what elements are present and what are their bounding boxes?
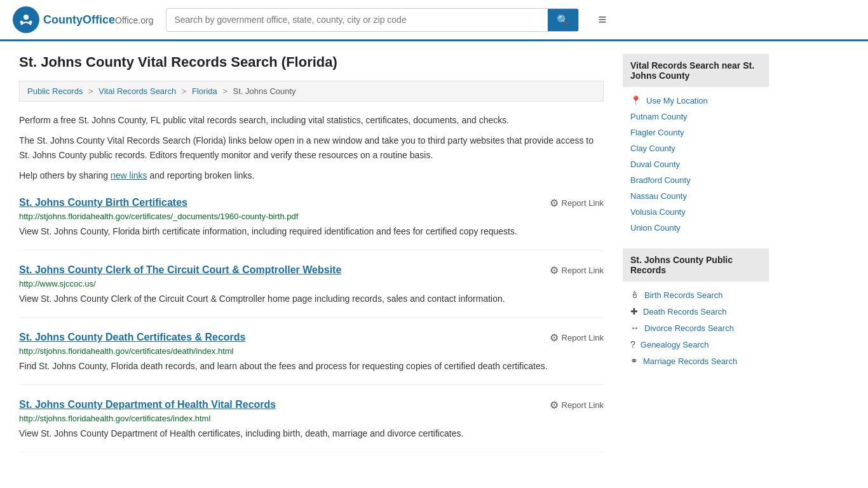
report-link-3[interactable]: ⚙ Report Link <box>550 332 604 344</box>
result-item-3: St. Johns County Death Certificates & Re… <box>19 332 604 385</box>
public-records-label-3: Genealogy Search <box>641 340 709 349</box>
nearby-link-label-1: Putnam County <box>630 112 688 121</box>
report-link-4[interactable]: ⚙ Report Link <box>550 399 604 411</box>
svg-point-2 <box>20 21 24 24</box>
svg-point-3 <box>29 21 32 24</box>
nearby-link-6[interactable]: Nassau County <box>623 188 769 204</box>
nearby-link-label-2: Flagler County <box>630 128 684 137</box>
result-url-4[interactable]: http://stjohns.floridahealth.gov/certifi… <box>19 414 604 423</box>
nearby-link-label-3: Clay County <box>630 144 675 153</box>
report-label-3: Report Link <box>562 333 604 342</box>
nearby-links-container: 📍Use My LocationPutnam CountyFlagler Cou… <box>623 92 769 236</box>
main-container: St. Johns County Vital Records Search (F… <box>0 41 868 465</box>
public-records-label-4: Marriage Records Search <box>643 356 737 366</box>
nearby-link-label-8: Union County <box>630 223 681 233</box>
description-2: The St. Johns County Vital Records Searc… <box>19 133 604 162</box>
result-title-1[interactable]: St. Johns County Birth Certificates <box>19 197 187 208</box>
result-item-2: St. Johns County Clerk of The Circuit Co… <box>19 264 604 318</box>
nearby-link-icon-0: 📍 <box>630 95 641 105</box>
report-label-2: Report Link <box>562 266 604 275</box>
search-button[interactable]: 🔍 <box>548 9 578 31</box>
search-icon: 🔍 <box>557 15 569 25</box>
nearby-link-label-4: Duval County <box>630 159 680 169</box>
public-records-container: 🕯Birth Records Search✚Death Records Sear… <box>623 287 769 369</box>
search-input[interactable] <box>166 10 548 30</box>
nearby-link-1[interactable]: Putnam County <box>623 109 769 125</box>
result-url-1[interactable]: http://stjohns.floridahealth.gov/certifi… <box>19 212 604 221</box>
nearby-link-4[interactable]: Duval County <box>623 156 769 172</box>
public-records-link-0[interactable]: 🕯Birth Records Search <box>623 287 769 303</box>
logo-area: CountyOfficeOffice.org <box>13 6 153 33</box>
content-area: St. Johns County Vital Records Search (F… <box>19 54 604 452</box>
report-link-2[interactable]: ⚙ Report Link <box>550 264 604 276</box>
report-link-1[interactable]: ⚙ Report Link <box>550 197 604 209</box>
result-url-3[interactable]: http://stjohns.floridahealth.gov/certifi… <box>19 346 604 356</box>
svg-point-1 <box>24 15 29 20</box>
result-title-3[interactable]: St. Johns County Death Certificates & Re… <box>19 332 246 343</box>
header: CountyOfficeOffice.org 🔍 ≡ <box>0 0 868 41</box>
logo-icon <box>13 6 39 33</box>
public-records-label-2: Divorce Records Search <box>644 323 734 333</box>
result-item-4: St. Johns County Department of Health Vi… <box>19 399 604 452</box>
search-bar: 🔍 <box>166 8 579 32</box>
public-records-link-4[interactable]: ⚭Marriage Records Search <box>623 353 769 369</box>
menu-button[interactable]: ≡ <box>598 11 606 28</box>
nearby-link-0[interactable]: 📍Use My Location <box>623 92 769 109</box>
result-desc-1: View St. Johns County, Florida birth cer… <box>19 225 604 238</box>
result-desc-2: View St. Johns County Clerk of the Circu… <box>19 292 604 306</box>
public-records-icon-3: ? <box>630 339 635 349</box>
breadcrumb: Public Records > Vital Records Search > … <box>19 81 604 102</box>
report-label-1: Report Link <box>562 198 604 208</box>
nearby-link-7[interactable]: Volusia County <box>623 204 769 220</box>
breadcrumb-florida[interactable]: Florida <box>192 86 217 96</box>
report-icon-4: ⚙ <box>550 399 559 411</box>
breadcrumb-sep-1: > <box>88 86 93 96</box>
breadcrumb-public-records[interactable]: Public Records <box>27 86 83 96</box>
nearby-link-label-7: Volusia County <box>630 207 686 217</box>
public-records-header: St. Johns County Public Records <box>623 248 769 281</box>
result-item-1: St. Johns County Birth Certificates ⚙ Re… <box>19 197 604 250</box>
nearby-link-5[interactable]: Bradford County <box>623 172 769 188</box>
page-title: St. Johns County Vital Records Search (F… <box>19 54 604 71</box>
breadcrumb-current: St. Johns County <box>233 86 296 96</box>
result-header-1: St. Johns County Birth Certificates ⚙ Re… <box>19 197 604 209</box>
result-title-2[interactable]: St. Johns County Clerk of The Circuit Co… <box>19 264 341 276</box>
public-records-icon-1: ✚ <box>630 306 638 316</box>
description-1: Perform a free St. Johns County, FL publ… <box>19 113 604 127</box>
report-label-4: Report Link <box>562 400 604 410</box>
breadcrumb-sep-3: > <box>222 86 227 96</box>
public-records-icon-4: ⚭ <box>630 356 638 366</box>
nearby-link-3[interactable]: Clay County <box>623 140 769 156</box>
nearby-link-2[interactable]: Flagler County <box>623 125 769 140</box>
logo-text: CountyOfficeOffice.org <box>43 13 153 27</box>
report-icon-3: ⚙ <box>550 332 559 344</box>
report-icon-1: ⚙ <box>550 197 559 209</box>
public-records-section: St. Johns County Public Records 🕯Birth R… <box>623 248 769 369</box>
result-desc-3: Find St. Johns County, Florida death rec… <box>19 360 604 373</box>
result-header-2: St. Johns County Clerk of The Circuit Co… <box>19 264 604 276</box>
result-title-4[interactable]: St. Johns County Department of Health Vi… <box>19 399 276 410</box>
result-desc-4: View St. Johns County Department of Heal… <box>19 427 604 440</box>
nearby-section: Vital Records Search near St. Johns Coun… <box>623 54 769 236</box>
new-links-link[interactable]: new links <box>111 170 147 180</box>
report-icon-2: ⚙ <box>550 264 559 276</box>
nearby-link-8[interactable]: Union County <box>623 220 769 236</box>
public-records-link-1[interactable]: ✚Death Records Search <box>623 303 769 320</box>
nearby-link-label-5: Bradford County <box>630 175 691 185</box>
hamburger-icon: ≡ <box>598 11 606 27</box>
results-container: St. Johns County Birth Certificates ⚙ Re… <box>19 197 604 452</box>
public-records-label-1: Death Records Search <box>643 307 727 316</box>
nearby-link-label-0: Use My Location <box>646 96 708 105</box>
result-header-4: St. Johns County Department of Health Vi… <box>19 399 604 411</box>
sidebar: Vital Records Search near St. Johns Coun… <box>623 54 769 452</box>
breadcrumb-vital-records[interactable]: Vital Records Search <box>98 86 176 96</box>
public-records-link-2[interactable]: ↔Divorce Records Search <box>623 320 769 336</box>
breadcrumb-sep-2: > <box>182 86 187 96</box>
nearby-link-label-6: Nassau County <box>630 191 687 201</box>
public-records-icon-0: 🕯 <box>630 290 639 300</box>
result-url-2[interactable]: http://www.sjccoc.us/ <box>19 279 604 288</box>
public-records-icon-2: ↔ <box>630 323 639 333</box>
description-3: Help others by sharing new links and rep… <box>19 168 604 182</box>
public-records-link-3[interactable]: ?Genealogy Search <box>623 336 769 353</box>
result-header-3: St. Johns County Death Certificates & Re… <box>19 332 604 344</box>
